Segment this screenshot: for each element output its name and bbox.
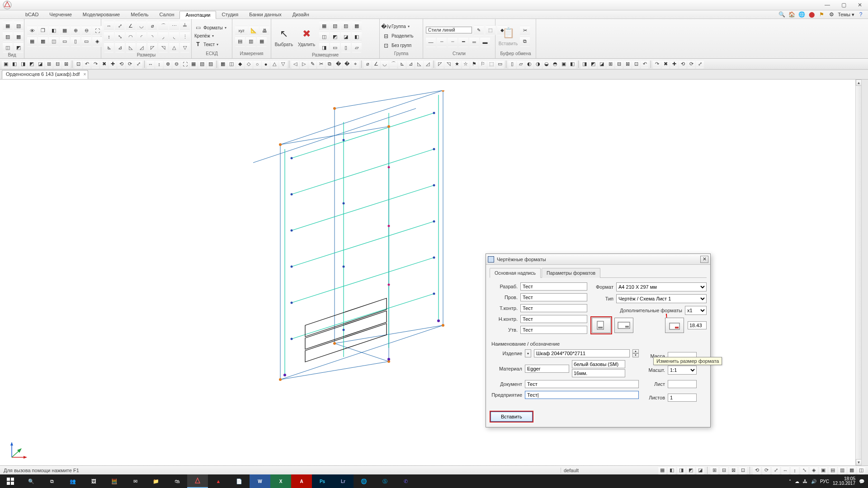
qat-btn-60[interactable]: ◒ xyxy=(542,60,551,68)
style-c2[interactable]: ┄ xyxy=(437,37,447,47)
style-c4[interactable]: ━ xyxy=(458,37,468,47)
app-ps[interactable]: Ps xyxy=(312,474,333,488)
qat-btn-30[interactable]: △ xyxy=(270,60,278,68)
qat-btn-52[interactable]: ⚑ xyxy=(470,60,478,68)
themes-dropdown[interactable]: Темы ▾ xyxy=(838,12,854,18)
style-b1[interactable]: ✎ xyxy=(474,25,484,35)
dim-10[interactable]: ⤡ xyxy=(115,32,125,42)
qat-btn-70[interactable]: ⊡ xyxy=(632,60,640,68)
qat-btn-61[interactable]: ◓ xyxy=(551,60,559,68)
dim-12[interactable]: ◜ xyxy=(137,32,146,42)
search-button[interactable]: 🔍 xyxy=(21,474,42,488)
qat-btn-22[interactable]: ▧ xyxy=(198,60,206,68)
sb-8[interactable]: ⊠ xyxy=(729,466,737,474)
qat-btn-29[interactable]: ● xyxy=(262,60,270,68)
select-format[interactable]: A4 210 X 297 мм xyxy=(616,282,707,291)
dialog-tab-params[interactable]: Параметры форматов xyxy=(542,268,600,278)
sb-18[interactable]: ▤ xyxy=(829,466,837,474)
qat-btn-31[interactable]: ▽ xyxy=(279,60,287,68)
qat-btn-21[interactable]: ▦ xyxy=(189,60,198,68)
qat-btn-65[interactable]: ◩ xyxy=(589,60,597,68)
tab-annotations[interactable]: Аннотации xyxy=(179,11,216,19)
format-landscape-button[interactable] xyxy=(614,318,633,333)
sb-14[interactable]: ↕ xyxy=(791,466,799,474)
place-10[interactable]: ▭ xyxy=(330,42,340,52)
app-store[interactable]: 🛍 xyxy=(166,474,187,488)
start-button[interactable] xyxy=(0,474,21,488)
qat-btn-55[interactable]: ▭ xyxy=(496,60,504,68)
qat-btn-50[interactable]: ★ xyxy=(453,60,461,68)
input-izdelie[interactable] xyxy=(534,349,630,357)
qat-btn-59[interactable]: ◑ xyxy=(534,60,542,68)
place-9[interactable]: ◨ xyxy=(319,42,329,52)
izdelie-dropdown-button[interactable]: ▾ xyxy=(525,349,531,357)
delete-button[interactable]: ✖ Удалить xyxy=(297,25,316,48)
place-7[interactable]: ◪ xyxy=(341,32,351,42)
qat-btn-39[interactable]: ⌖ xyxy=(351,60,359,68)
qat-btn-77[interactable]: ⤢ xyxy=(696,60,704,68)
qat-btn-7[interactable]: ⊠ xyxy=(62,60,70,68)
cube-icon[interactable]: ◧ xyxy=(49,26,59,36)
app-bcad[interactable] xyxy=(187,474,208,488)
qat-btn-28[interactable]: ○ xyxy=(253,60,261,68)
app-lr[interactable]: Lr xyxy=(333,474,354,488)
qat-btn-20[interactable]: ⛶ xyxy=(181,60,189,68)
people-button[interactable]: 👥 xyxy=(62,474,83,488)
ungroup-menu[interactable]: ⊟Разделить xyxy=(382,33,413,40)
qat-btn-69[interactable]: ⊠ xyxy=(623,60,632,68)
place-4[interactable]: ▩ xyxy=(352,21,362,31)
qat-btn-66[interactable]: ◪ xyxy=(598,60,606,68)
input-document[interactable] xyxy=(525,380,639,388)
document-tab-close-icon[interactable]: × xyxy=(84,72,86,77)
front-icon[interactable]: ▭ xyxy=(60,37,70,47)
measure-6[interactable]: ▦ xyxy=(257,37,267,47)
qat-btn-41[interactable]: ∠ xyxy=(372,60,380,68)
dim-16[interactable]: ⋮ xyxy=(180,32,190,42)
zoom-in-icon[interactable]: ⊕ xyxy=(71,26,80,36)
document-tab[interactable]: Орденоносцев 6 143 (шкаф).bdf × xyxy=(2,70,88,79)
input-nkontr[interactable] xyxy=(520,315,587,323)
dim-14[interactable]: ◞ xyxy=(158,32,168,42)
qat-btn-53[interactable]: ⚐ xyxy=(479,60,487,68)
cut-icon[interactable]: ✂ xyxy=(520,26,530,36)
select-type[interactable]: Чертёж / Схема Лист 1 xyxy=(616,294,707,303)
style-c6[interactable]: ▬ xyxy=(480,37,490,47)
tab-salon[interactable]: Салон xyxy=(154,10,180,19)
input-tkontr[interactable] xyxy=(520,304,587,312)
qat-btn-14[interactable]: ⟳ xyxy=(126,60,134,68)
izdelie-spinner[interactable]: ▲▼ xyxy=(632,349,639,357)
input-prov[interactable] xyxy=(520,293,587,301)
globe-icon[interactable]: 🌐 xyxy=(798,11,805,18)
tab-studio[interactable]: Студия xyxy=(216,10,244,19)
qat-btn-5[interactable]: ⊞ xyxy=(45,60,53,68)
options-icon[interactable]: ⚙ xyxy=(828,11,835,18)
persp-icon[interactable]: ◈ xyxy=(92,37,102,47)
qat-btn-33[interactable]: ▷ xyxy=(300,60,308,68)
sb-21[interactable]: ◫ xyxy=(857,466,865,474)
measure-4[interactable]: ▤ xyxy=(235,37,245,47)
dialog-close-button[interactable]: ✕ xyxy=(700,256,708,263)
app-viber[interactable]: ✆ xyxy=(395,474,416,488)
nogroup-menu[interactable]: ⊡Без групп xyxy=(382,42,413,49)
app-explorer[interactable]: 📁 xyxy=(146,474,166,488)
copy-icon[interactable]: ⧉ xyxy=(520,37,530,47)
qat-btn-42[interactable]: ◡ xyxy=(381,60,389,68)
qat-btn-63[interactable]: ◧ xyxy=(568,60,576,68)
qat-btn-58[interactable]: ◐ xyxy=(525,60,533,68)
qat-btn-8[interactable]: ⊡ xyxy=(74,60,82,68)
qat-btn-10[interactable]: ↷ xyxy=(91,60,99,68)
dim-radius-icon[interactable]: ◡ xyxy=(137,21,146,31)
qat-btn-1[interactable]: ◧ xyxy=(10,60,19,68)
view-btn-4[interactable]: ▩ xyxy=(14,32,24,42)
qat-btn-48[interactable]: ◸ xyxy=(436,60,444,68)
qat-btn-17[interactable]: ↕ xyxy=(155,60,163,68)
view-btn-1[interactable]: ▦ xyxy=(3,21,13,31)
side-icon[interactable]: ▯ xyxy=(71,37,80,47)
dim-9[interactable]: ↕ xyxy=(104,32,114,42)
dim-aligned-icon[interactable]: ⤢ xyxy=(115,21,125,31)
view-btn-5[interactable]: ◫ xyxy=(3,42,13,52)
sb-6[interactable]: ⊞ xyxy=(710,466,718,474)
tray-lang[interactable]: РУС xyxy=(820,479,829,484)
qat-btn-18[interactable]: ⊕ xyxy=(164,60,172,68)
sb-1[interactable]: ▦ xyxy=(658,466,666,474)
